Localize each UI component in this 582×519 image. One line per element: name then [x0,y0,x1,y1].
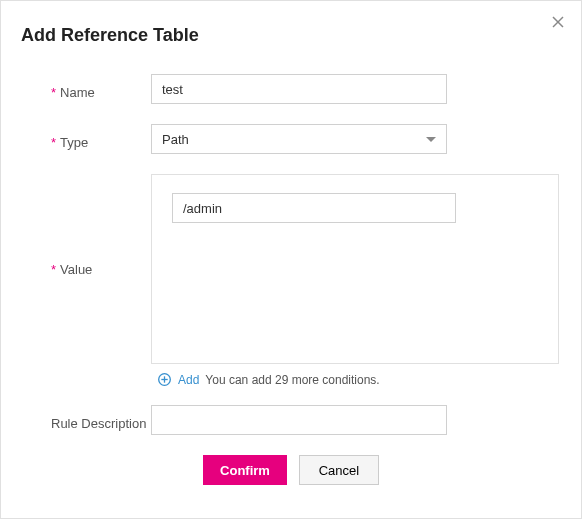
form-row-type: * Type Path [21,124,561,154]
chevron-down-icon [426,137,436,142]
add-condition-link[interactable]: Add [178,373,199,387]
close-button[interactable] [549,13,567,31]
name-label-col: * Name [21,79,151,100]
type-label: Type [60,135,88,150]
close-icon [552,16,564,28]
confirm-button[interactable]: Confirm [203,455,287,485]
cancel-button[interactable]: Cancel [299,455,379,485]
required-star-icon: * [51,86,56,99]
description-label: Rule Description [51,416,146,431]
type-select[interactable]: Path [151,124,447,154]
add-condition-row: Add You can add 29 more conditions. [151,372,561,387]
name-label: Name [60,85,95,100]
type-label-col: * Type [21,129,151,150]
add-reference-table-dialog: Add Reference Table * Name * Type Path *… [0,0,582,519]
rule-description-input[interactable] [151,405,447,435]
value-label: Value [60,262,92,277]
value-conditions-box [151,174,559,364]
name-input[interactable] [151,74,447,104]
dialog-title: Add Reference Table [21,25,561,46]
add-condition-hint: You can add 29 more conditions. [205,373,379,387]
value-condition-input[interactable] [172,193,456,223]
form-row-description: Rule Description [21,405,561,435]
type-selected-value: Path [162,132,189,147]
value-label-col: * Value [21,262,151,277]
plus-circle-icon[interactable] [157,372,172,387]
required-star-icon: * [51,263,56,276]
description-label-col: Rule Description [21,410,151,431]
required-star-icon: * [51,136,56,149]
form-row-name: * Name [21,74,561,104]
dialog-button-row: Confirm Cancel [21,455,561,485]
form-row-value: * Value [21,174,561,364]
